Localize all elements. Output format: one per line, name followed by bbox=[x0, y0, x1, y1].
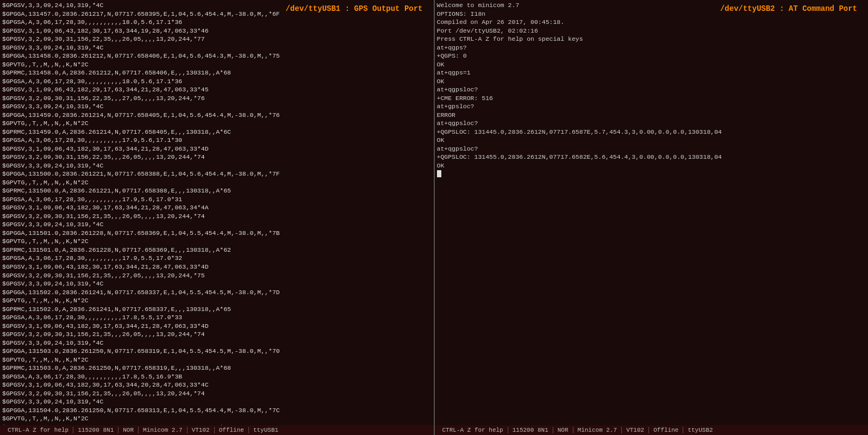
at-command-line: +QGPSLOC: 131445.0,2836.2612N,07717.6587… bbox=[437, 128, 866, 136]
gps-line: $GPGSV,3,3,09,24,10,319,*4C bbox=[2, 44, 432, 52]
left-status-pane: CTRL-A Z for help 115200 8N1 NOR Minicom… bbox=[0, 425, 435, 435]
gps-line: $GPGSA,A,3,06,17,28,30,,,,,,,,,,18.0,5.6… bbox=[2, 18, 432, 27]
left-vt: VT102 bbox=[188, 427, 215, 433]
right-ctrl-help: CTRL-A Z for help bbox=[438, 427, 508, 433]
right-port-label: /dev/ttyUSB2 : AT Command Port bbox=[720, 4, 857, 13]
gps-line: $GPGGA,131502.0,2836.261241,N,07717.6583… bbox=[2, 288, 432, 297]
gps-line: $GPGSV,3,3,09,24,10,319,*4C bbox=[2, 279, 432, 288]
left-offline: Offline bbox=[215, 427, 249, 433]
gps-line: $GPGSA,A,3,06,17,28,30,,,,,,,,,,18.0,5.6… bbox=[2, 77, 432, 86]
left-tty: ttyUSB1 bbox=[249, 427, 283, 433]
gps-line: $GPGGA,131500.0,2836.261221,N,07717.6583… bbox=[2, 170, 432, 178]
gps-line: $GPGSV,3,2,09,30,31,156,21,35,,,27,05,,,… bbox=[2, 271, 432, 280]
right-status-pane: CTRL-A Z for help 115200 8N1 NOR Minicom… bbox=[435, 425, 869, 435]
terminals-container: /dev/ttyUSB1 : GPS Output Port $GPGSV,3,… bbox=[0, 0, 868, 425]
gps-line: $GPGSA,A,3,06,17,28,30,,,,,,,,,,17.8,5.5… bbox=[2, 313, 432, 322]
at-command-line: at+qgpsloc? bbox=[437, 85, 866, 94]
gps-line: $GPGSV,3,2,09,30,31,156,22,35,,,26,05,,,… bbox=[2, 35, 432, 44]
right-tty: ttyUSB2 bbox=[683, 427, 717, 433]
gps-line: $GPVTG,,T,,M,,N,,K,N*2C bbox=[2, 414, 432, 423]
at-command-line: at+gpsloc? bbox=[437, 102, 866, 111]
gps-line: $GPGSV,3,3,09,24,10,319,*4C bbox=[2, 102, 432, 111]
gps-line: $GPGSV,3,2,09,30,31,156,21,35,,,26,05,,,… bbox=[2, 330, 432, 339]
gps-line: $GPGSA,A,3,06,17,28,30,,,,,,,,,,17.8,5.5… bbox=[2, 372, 432, 381]
right-terminal-content: Welcome to minicom 2.7OPTIONS: I18nCompi… bbox=[437, 1, 866, 178]
right-nor: NOR bbox=[553, 427, 573, 433]
at-command-line: OK bbox=[437, 136, 866, 145]
at-command-line: Press CTRL-A Z for help on special keys bbox=[437, 35, 866, 44]
gps-line: $GPGSV,3,2,09,30,31,156,21,35,,,26,05,,,… bbox=[2, 212, 432, 221]
gps-line: $GPVTG,,T,,M,,N,,K,N*2C bbox=[2, 356, 432, 364]
gps-line: $GPGSV,3,1,09,06,43,182,30,17,63,344,21,… bbox=[2, 145, 432, 153]
gps-line: $GPGSV,3,1,09,06,43,182,30,17,63,344,21,… bbox=[2, 263, 432, 271]
gps-line: $GPVTG,,T,,M,,N,,K,N*2C bbox=[2, 178, 432, 187]
gps-line: $GPGSA,A,3,06,17,28,30,,,,,,,,,,17.9,5.5… bbox=[2, 254, 432, 263]
gps-line: $GPGSV,3,1,09,06,43,182,29,17,63,344,21,… bbox=[2, 85, 432, 94]
gps-line: $GPGGA,131458.0,2836.261212,N,07717.6584… bbox=[2, 52, 432, 60]
at-command-line: OK bbox=[437, 161, 866, 170]
right-app: Minicom 2.7 bbox=[573, 427, 622, 433]
gps-line: $GPVTG,,T,,M,,N,,K,N*2C bbox=[2, 60, 432, 69]
left-terminal-content: $GPGSV,3,3,09,24,10,319,*4C$GPGGA,131457… bbox=[2, 1, 432, 425]
gps-line: $GPGSV,3,3,09,24,10,319,*4C bbox=[2, 339, 432, 347]
gps-line: $GPGSV,3,2,09,30,31,156,21,35,,,26,05,,,… bbox=[2, 389, 432, 398]
at-command-line: OK bbox=[437, 77, 866, 86]
gps-line: $GPGSV,3,3,09,24,10,319,*4C bbox=[2, 397, 432, 406]
gps-line: $GPRMC,131459.0,A,2836.261214,N,07717.65… bbox=[2, 128, 432, 136]
at-command-line: ERROR bbox=[437, 111, 866, 120]
gps-line: $GPGGA,131459.0,2836.261214,N,07717.6584… bbox=[2, 111, 432, 120]
at-command-line: Compiled on Apr 26 2017, 00:45:18. bbox=[437, 18, 866, 27]
gps-line: $GPGSV,3,1,09,06,43,182,30,17,63,344,21,… bbox=[2, 203, 432, 212]
gps-line: $GPRMC,131500.0,A,2836.261221,N,07717.65… bbox=[2, 187, 432, 195]
right-baud: 115200 8N1 bbox=[508, 427, 553, 433]
gps-line: $GPRMC,131503.0,A,2836.261250,N,07717.65… bbox=[2, 364, 432, 372]
at-command-line: at+qgps? bbox=[437, 44, 866, 52]
left-baud: 115200 8N1 bbox=[73, 427, 118, 433]
gps-line: $GPRMC,131504.0,A,2836.261250,N,07717.65… bbox=[2, 423, 432, 425]
gps-line: $GPVTG,,T,,M,,N,,K,N*2C bbox=[2, 119, 432, 128]
left-nor: NOR bbox=[118, 427, 139, 433]
terminal-cursor bbox=[437, 170, 441, 177]
at-command-line: +QGPSLOC: 131455.0,2836.2612N,07717.6582… bbox=[437, 153, 866, 161]
at-command-line: Port /dev/ttyUSB2, 02:02:16 bbox=[437, 27, 866, 35]
at-command-line: at+qgps=1 bbox=[437, 69, 866, 77]
at-command-line: OK bbox=[437, 60, 866, 69]
left-app: Minicom 2.7 bbox=[139, 427, 188, 433]
gps-line: $GPGSV,3,1,09,06,43,182,30,17,63,344,21,… bbox=[2, 322, 432, 331]
gps-line: $GPGSV,3,3,09,24,10,319,*4C bbox=[2, 161, 432, 170]
gps-line: $GPGGA,131503.0,2836.261250,N,07717.6583… bbox=[2, 347, 432, 356]
gps-line: $GPGGA,131504.0,2836.261250,N,07717.6583… bbox=[2, 406, 432, 415]
left-port-label: /dev/ttyUSB1 : GPS Output Port bbox=[285, 4, 422, 13]
gps-line: $GPRMC,131502.0,A,2836.261241,N,07717.65… bbox=[2, 305, 432, 314]
gps-line: $GPRMC,131501.0,A,2836.261228,N,07717.65… bbox=[2, 246, 432, 254]
left-terminal-pane[interactable]: /dev/ttyUSB1 : GPS Output Port $GPGSV,3,… bbox=[0, 0, 435, 425]
gps-line: $GPGSV,3,2,09,30,31,156,22,35,,,27,05,,,… bbox=[2, 94, 432, 103]
left-ctrl-help: CTRL-A Z for help bbox=[3, 427, 73, 433]
gps-line: $GPVTG,,T,,M,,N,,K,N*2C bbox=[2, 237, 432, 246]
gps-line: $GPGSV,3,3,09,24,10,319,*4C bbox=[2, 220, 432, 229]
at-command-line: +QGPS: 0 bbox=[437, 52, 866, 60]
gps-line: $GPVTG,,T,,M,,N,,K,N*2C bbox=[2, 296, 432, 305]
gps-line: $GPGGA,131501.0,2836.261228,N,07717.6583… bbox=[2, 229, 432, 238]
gps-line: $GPGSV,3,1,09,06,43,182,30,17,63,344,19,… bbox=[2, 27, 432, 35]
gps-line: $GPGSV,3,2,09,30,31,156,22,35,,,26,05,,,… bbox=[2, 153, 432, 161]
gps-line: $GPRMC,131458.0,A,2836.261212,N,07717.65… bbox=[2, 69, 432, 77]
at-command-line: at+qgpsloc? bbox=[437, 145, 866, 153]
at-command-line: +CME ERROR: 516 bbox=[437, 94, 866, 103]
gps-line: $GPGSA,A,3,06,17,28,30,,,,,,,,,,17.9,5.6… bbox=[2, 136, 432, 145]
right-terminal-pane[interactable]: /dev/ttyUSB2 : AT Command Port Welcome t… bbox=[435, 0, 869, 425]
right-vt: VT102 bbox=[622, 427, 649, 433]
right-offline: Offline bbox=[649, 427, 683, 433]
gps-line: $GPGSV,3,1,09,06,43,182,30,17,63,344,20,… bbox=[2, 381, 432, 389]
at-command-line: at+qgpsloc? bbox=[437, 119, 866, 128]
status-bar: CTRL-A Z for help 115200 8N1 NOR Minicom… bbox=[0, 425, 868, 435]
gps-line: $GPGSA,A,3,06,17,28,30,,,,,,,,,,17.9,5.6… bbox=[2, 195, 432, 204]
